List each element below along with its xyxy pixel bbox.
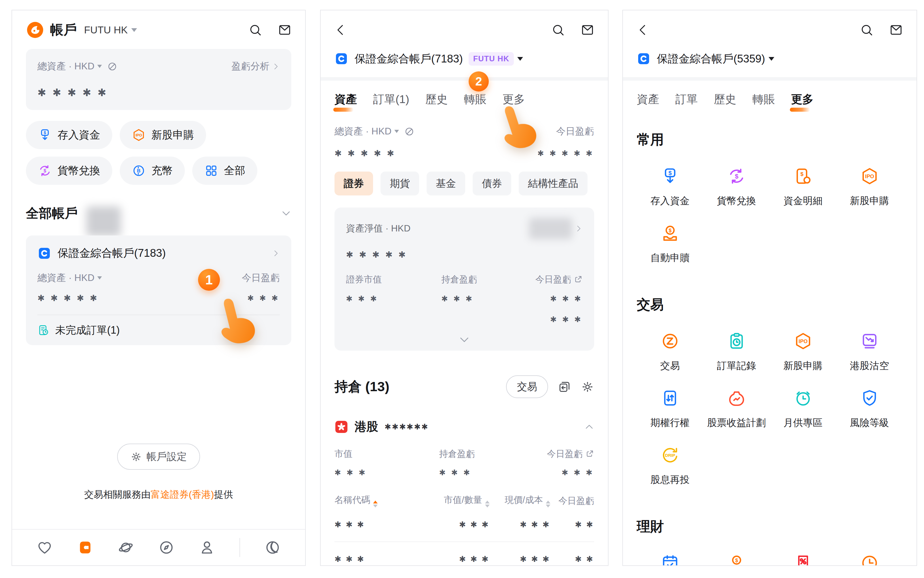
- table-row[interactable]: ✱ ✱ ✱✱ ✱ ✱✱ ✱ ✱✱ ✱: [335, 508, 594, 542]
- account-tab-更多[interactable]: 更多: [791, 91, 814, 112]
- masked-market-value: ✱✱✱✱✱✱: [385, 422, 429, 432]
- pl-analysis-link[interactable]: 盈虧分析: [231, 60, 280, 73]
- nav-planet-icon[interactable]: [118, 539, 134, 555]
- hk-market-header[interactable]: 港股 ✱✱✱✱✱✱: [335, 419, 594, 435]
- asset-currency-selector[interactable]: 總資產 · HKD: [37, 271, 102, 284]
- product-tab-債券[interactable]: 債券: [473, 172, 511, 195]
- feature-activity-income[interactable]: 活動收益: [770, 554, 836, 566]
- account-tab-訂單[interactable]: 訂單: [675, 91, 698, 112]
- product-tab-結構性產品[interactable]: 結構性產品: [519, 172, 588, 195]
- net-assets-detail-link[interactable]: [529, 218, 583, 239]
- grid-icon: [205, 164, 218, 178]
- feature-deposit[interactable]: $存入資金: [637, 167, 703, 208]
- nav-person-icon[interactable]: [199, 539, 215, 555]
- svg-text:$: $: [669, 228, 672, 234]
- account-tab-歷史[interactable]: 歷史: [425, 91, 448, 112]
- feature-coin-tray[interactable]: $自動申贖: [703, 554, 770, 566]
- nav-wallet-nav-icon[interactable]: [77, 539, 93, 555]
- table-col-header[interactable]: 現價/成本: [490, 494, 551, 508]
- feature-coin-tray[interactable]: $自動申贖: [637, 224, 703, 265]
- feature-ipo[interactable]: IPO新股申購: [770, 331, 836, 372]
- quick-action-deposit[interactable]: $存入資金: [26, 121, 112, 149]
- gear-icon[interactable]: [581, 380, 594, 393]
- eye-off-icon[interactable]: [107, 61, 117, 71]
- masked-cell: ✱ ✱: [551, 520, 594, 529]
- back-icon[interactable]: [335, 24, 347, 36]
- pl-analysis-label: 盈虧分析: [231, 60, 270, 73]
- account-tab-轉賬[interactable]: 轉賬: [752, 91, 775, 112]
- account-tab-資產[interactable]: 資產: [637, 91, 659, 112]
- share-icon[interactable]: [586, 449, 594, 458]
- product-tab-證券[interactable]: 證券: [335, 172, 373, 195]
- feature-exchange[interactable]: $貨幣兌換: [703, 167, 770, 208]
- account-tab-轉賬[interactable]: 轉賬: [464, 91, 487, 112]
- feature-grid: $存入資金$貨幣兌換$資金明細IPO新股申購$自動申贖: [637, 167, 903, 265]
- feature-stock-yield[interactable]: 股票收益計劃: [703, 389, 770, 429]
- feature-monthly-zone[interactable]: 月供專區: [770, 389, 836, 429]
- nav-compass-icon[interactable]: [158, 539, 174, 555]
- search-icon[interactable]: [860, 23, 873, 37]
- masked-net-assets: ✱ ✱ ✱ ✱ ✱: [346, 250, 583, 260]
- feature-reservation[interactable]: 預約記錄: [836, 554, 903, 566]
- share-icon[interactable]: [574, 275, 583, 284]
- back-icon[interactable]: [637, 24, 650, 36]
- table-col-header[interactable]: 今日盈虧: [551, 495, 594, 507]
- collapse-chevron-icon[interactable]: [585, 422, 594, 432]
- feature-trade[interactable]: 交易: [637, 331, 703, 372]
- search-icon[interactable]: [249, 23, 262, 37]
- options-exercise-icon: [661, 389, 680, 408]
- quick-action-grid[interactable]: 全部: [192, 157, 257, 185]
- mail-icon[interactable]: [581, 23, 594, 37]
- feature-drip[interactable]: DRIP股息再投: [637, 446, 703, 487]
- feature-short-sell[interactable]: 港股沽空: [836, 331, 903, 372]
- feature-ipo[interactable]: IPO新股申購: [836, 167, 903, 208]
- account-tab-訂單(1)[interactable]: 訂單(1): [373, 91, 409, 112]
- svg-text:$: $: [668, 170, 672, 176]
- chevron-right-icon: [575, 224, 583, 232]
- feature-label: 訂單記錄: [717, 359, 756, 372]
- coin-tray-icon: $: [727, 554, 746, 566]
- account-tab-資產[interactable]: 資產: [335, 91, 357, 112]
- feature-monthly-fund[interactable]: 月供基金: [637, 554, 703, 566]
- mail-icon[interactable]: [890, 23, 903, 37]
- mail-icon[interactable]: [278, 23, 291, 37]
- margin-account-card[interactable]: 保證金綜合帳戶(7183) 總資產 · HKD 今日盈虧 ✱ ✱ ✱ ✱ ✱ ✱…: [26, 235, 291, 345]
- total-assets-card: 總資產 · HKD 盈虧分析 ✱ ✱ ✱ ✱ ✱: [26, 49, 291, 110]
- exchange-icon: $: [727, 167, 746, 186]
- screenshot-canvas: 帳戶 FUTU HK 總資產 · HKD 盈虧分析 ✱: [0, 0, 924, 578]
- section-title: 常用: [637, 131, 903, 149]
- broker-selector[interactable]: FUTU HK: [84, 24, 137, 36]
- nav-moon-icon[interactable]: [265, 539, 281, 555]
- expand-chevron-icon[interactable]: [458, 334, 470, 346]
- table-row[interactable]: ✱ ✱ ✱✱ ✱ ✱✱ ✱ ✱✱ ✱: [335, 542, 594, 566]
- chevron-down-icon[interactable]: [281, 208, 291, 219]
- deposit-icon: $: [38, 128, 52, 142]
- product-tab-期貨[interactable]: 期貨: [380, 172, 419, 195]
- quick-action-ipo[interactable]: IPO新股申購: [120, 121, 206, 149]
- table-col-header[interactable]: 市值/數量: [426, 494, 490, 508]
- trade-icon: [661, 331, 680, 351]
- product-tab-基金[interactable]: 基金: [427, 172, 465, 195]
- trade-button[interactable]: 交易: [506, 375, 548, 398]
- nav-heart-icon[interactable]: [37, 539, 53, 555]
- feature-funds-detail[interactable]: $資金明細: [770, 167, 836, 208]
- monthly-fund-icon: [661, 554, 680, 566]
- account-selector[interactable]: 保證金綜合帳戶(5359): [637, 49, 903, 69]
- quick-action-crypto[interactable]: B充幣: [120, 157, 185, 185]
- quick-action-exchange[interactable]: $貨幣兌換: [26, 157, 112, 185]
- feature-order-record[interactable]: 訂單記錄: [703, 331, 770, 372]
- total-assets-selector[interactable]: 總資產 · HKD: [37, 60, 117, 73]
- crypto-icon: B: [132, 164, 146, 178]
- total-assets-selector[interactable]: 總資產 · HKD: [335, 125, 414, 138]
- table-col-header[interactable]: 名稱代碼: [335, 494, 426, 508]
- feature-risk-level[interactable]: 風險等級: [836, 389, 903, 429]
- feature-options-exercise[interactable]: 期權行權: [637, 389, 703, 429]
- search-icon[interactable]: [552, 23, 565, 37]
- all-accounts-header[interactable]: 全部帳戶: [26, 204, 291, 223]
- account-settings-button[interactable]: 帳戶設定: [117, 443, 200, 470]
- quick-action-label: 全部: [224, 164, 245, 178]
- account-selector[interactable]: 保證金綜合帳戶(7183) FUTU HK: [335, 49, 594, 69]
- transfer-positions-icon[interactable]: [558, 380, 571, 393]
- account-tab-歷史[interactable]: 歷史: [714, 91, 736, 112]
- eye-off-icon[interactable]: [404, 127, 414, 137]
